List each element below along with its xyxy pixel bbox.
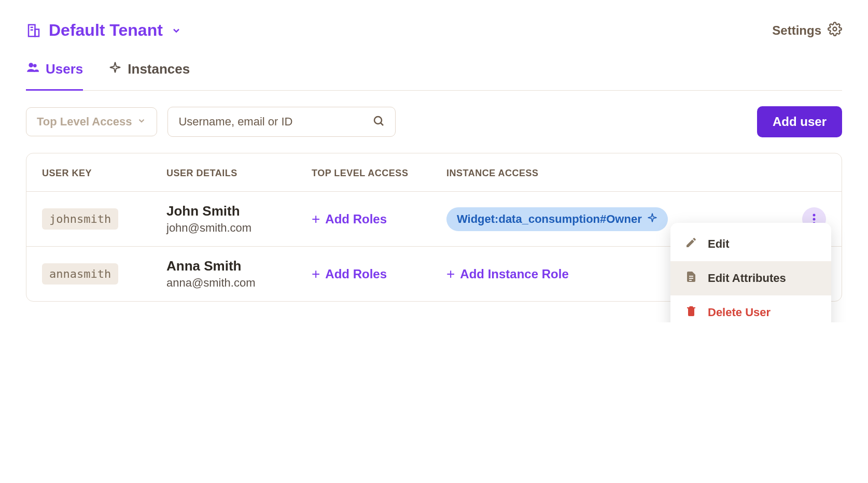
plus-icon: +: [312, 267, 320, 281]
building-icon: [26, 23, 41, 38]
settings-label: Settings: [772, 23, 821, 38]
menu-item-edit-attributes-label: Edit Attributes: [708, 272, 786, 285]
settings-link[interactable]: Settings: [772, 22, 842, 39]
add-roles-button[interactable]: + Add Roles: [312, 212, 446, 226]
trash-icon: [685, 305, 697, 320]
document-icon: [685, 271, 697, 286]
search-icon: [372, 115, 385, 129]
tenant-selector[interactable]: Default Tenant: [26, 21, 181, 40]
table-row: johnsmith John Smith john@smith.com + Ad…: [26, 192, 842, 247]
tab-users[interactable]: Users: [26, 61, 83, 91]
svg-point-5: [29, 63, 33, 67]
filter-label: Top Level Access: [37, 115, 132, 129]
menu-item-edit[interactable]: Edit: [670, 227, 831, 261]
th-top-level-access: TOP LEVEL ACCESS: [312, 168, 446, 179]
add-roles-button[interactable]: + Add Roles: [312, 267, 446, 281]
search-box: [167, 107, 396, 137]
gear-icon: [828, 22, 842, 39]
tab-users-label: Users: [46, 61, 83, 77]
instance-badge-label: Widget:data_consumption#Owner: [457, 212, 642, 226]
svg-point-7: [374, 117, 382, 124]
pencil-icon: [685, 236, 697, 252]
menu-item-delete-user-label: Delete User: [708, 306, 771, 319]
search-input[interactable]: [178, 115, 372, 129]
svg-line-8: [381, 123, 383, 125]
th-user-key: USER KEY: [42, 168, 166, 179]
svg-point-6: [33, 64, 37, 68]
svg-rect-1: [35, 29, 39, 36]
menu-item-edit-attributes[interactable]: Edit Attributes: [670, 261, 831, 295]
user-email: john@smith.com: [166, 221, 312, 235]
menu-item-delete-user[interactable]: Delete User: [670, 295, 831, 322]
users-icon: [26, 61, 39, 78]
plus-icon: +: [312, 212, 320, 226]
user-key-badge: annasmith: [42, 263, 118, 285]
add-user-button[interactable]: Add user: [757, 106, 842, 137]
tabs: Users Instances: [26, 61, 842, 91]
svg-point-9: [813, 214, 816, 216]
plus-icon: +: [446, 267, 455, 281]
sparkle-icon: [109, 61, 121, 77]
tenant-label: Default Tenant: [49, 21, 163, 40]
user-key-badge: johnsmith: [42, 208, 118, 230]
chevron-down-icon: [171, 21, 181, 40]
row-actions-menu: Edit Edit Attributes Delete User: [670, 223, 831, 322]
filter-top-level-access[interactable]: Top Level Access: [26, 107, 157, 136]
tab-instances-label: Instances: [128, 61, 190, 77]
user-name: John Smith: [166, 203, 312, 219]
add-roles-label: Add Roles: [325, 267, 387, 281]
add-roles-label: Add Roles: [325, 212, 387, 226]
chevron-down-icon: [137, 115, 146, 129]
users-table: USER KEY USER DETAILS TOP LEVEL ACCESS I…: [26, 153, 842, 302]
instance-access-badge[interactable]: Widget:data_consumption#Owner: [446, 207, 668, 231]
menu-item-edit-label: Edit: [708, 237, 730, 251]
th-user-details: USER DETAILS: [166, 168, 312, 179]
user-email: anna@smith.com: [166, 276, 312, 290]
tab-instances[interactable]: Instances: [109, 61, 190, 91]
svg-point-10: [813, 218, 816, 220]
add-instance-label: Add Instance Role: [460, 267, 568, 281]
th-instance-access: INSTANCE ACCESS: [446, 168, 785, 179]
svg-point-4: [833, 27, 837, 31]
user-name: Anna Smith: [166, 258, 312, 274]
sparkle-icon: [647, 212, 657, 226]
